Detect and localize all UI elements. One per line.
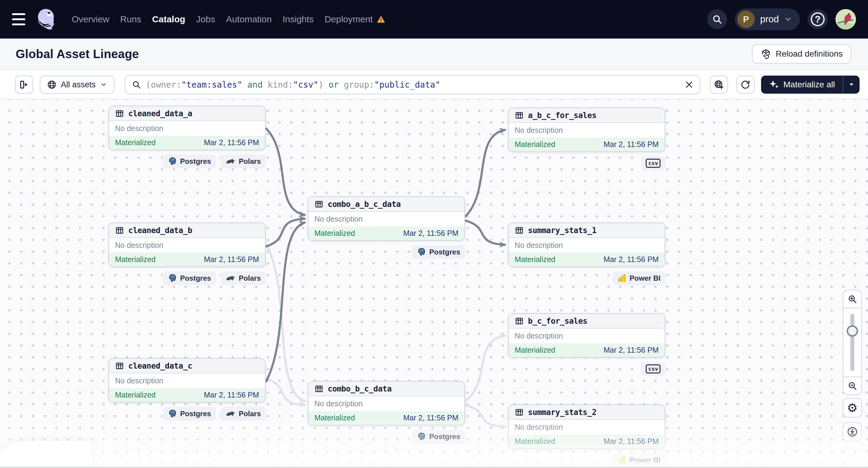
dagster-logo-icon[interactable]: [34, 6, 58, 32]
nav-item-runs[interactable]: Runs: [120, 14, 141, 24]
asset-name: summary_stats_1: [528, 226, 596, 235]
graph-settings-button[interactable]: ⚙: [843, 398, 862, 417]
status-badge: Materialized: [115, 138, 156, 147]
zoom-in-button[interactable]: [843, 290, 861, 308]
asset-node-b_c_for_sales[interactable]: b_c_for_salesNo descriptionMaterializedM…: [508, 313, 665, 358]
materialization-timestamp: Mar 2, 11:56 PM: [403, 229, 458, 238]
asset-node-a_b_c_for_sales[interactable]: a_b_c_for_salesNo descriptionMaterialize…: [508, 107, 665, 152]
menu-icon[interactable]: [12, 13, 27, 25]
open-panel-button[interactable]: [15, 75, 33, 94]
reload-definitions-button[interactable]: Reload definitions: [752, 44, 851, 64]
asset-card[interactable]: combo_b_c_dataNo descriptionMaterialized…: [308, 381, 465, 426]
nav-item-automation[interactable]: Automation: [226, 14, 272, 24]
nav-item-catalog[interactable]: Catalog: [152, 14, 185, 24]
query-token: "csv": [293, 80, 318, 90]
nav-item-jobs[interactable]: Jobs: [196, 14, 215, 24]
query-token: (owner:: [146, 80, 181, 90]
materialize-all-button[interactable]: Materialize all: [761, 75, 860, 94]
asset-tag-postgres[interactable]: Postgres: [412, 245, 465, 259]
lineage-canvas[interactable]: cleaned_data_aNo descriptionMaterialized…: [0, 99, 868, 468]
asset-tags: Postgres: [412, 245, 465, 259]
environment-avatar: P: [737, 10, 755, 28]
asset-tag-label: Power BI: [629, 456, 660, 464]
globe-plus-icon: [714, 80, 724, 90]
zoom-slider-thumb[interactable]: [847, 325, 858, 337]
user-avatar[interactable]: [835, 9, 856, 30]
nav-item-label: Catalog: [152, 14, 185, 24]
nav-item-label: Overview: [72, 14, 109, 24]
asset-tag-polars[interactable]: Polars: [221, 271, 266, 285]
asset-description: No description: [109, 121, 265, 135]
status-badge: Materialized: [115, 391, 156, 399]
asset-status-row: MaterializedMar 2, 11:56 PM: [109, 388, 265, 402]
asset-scope-label: All assets: [61, 80, 96, 89]
asset-card[interactable]: cleaned_data_cNo descriptionMaterialized…: [108, 358, 266, 403]
materialize-options-button[interactable]: [843, 75, 860, 94]
environment-switcher[interactable]: P prod: [735, 8, 800, 30]
nav-item-overview[interactable]: Overview: [72, 14, 109, 24]
asset-tag-postgres[interactable]: Postgres: [163, 407, 216, 421]
search-icon[interactable]: [707, 9, 727, 29]
globe-icon: [47, 80, 57, 89]
postgres-icon: [416, 432, 426, 441]
asset-tag-polars[interactable]: Polars: [221, 407, 266, 421]
asset-card[interactable]: cleaned_data_aNo descriptionMaterialized…: [108, 106, 266, 150]
asset-tag-postgres[interactable]: Postgres: [163, 271, 216, 285]
asset-card[interactable]: a_b_c_for_salesNo descriptionMaterialize…: [508, 107, 665, 152]
asset-tag-label: Postgres: [429, 433, 460, 441]
nav-item-insights[interactable]: Insights: [282, 14, 313, 24]
asset-card[interactable]: summary_stats_2No descriptionMaterialize…: [508, 404, 665, 449]
asset-card[interactable]: combo_a_b_c_dataNo descriptionMaterializ…: [308, 196, 465, 241]
download-image-button[interactable]: [843, 422, 862, 441]
csv-icon: csv: [646, 159, 660, 168]
asset-tag-power-bi[interactable]: Power BI: [613, 271, 665, 285]
asset-node-combo_b_c_data[interactable]: combo_b_c_dataNo descriptionMaterialized…: [308, 381, 465, 426]
asset-tag-polars[interactable]: Polars: [221, 155, 266, 168]
asset-scope-dropdown[interactable]: All assets: [40, 75, 115, 94]
zoom-slider-track: [850, 314, 855, 371]
clear-search-icon[interactable]: [685, 80, 693, 89]
asset-tag-csv[interactable]: csv: [641, 156, 665, 170]
asset-node-summary_stats_2[interactable]: summary_stats_2No descriptionMaterialize…: [508, 404, 665, 449]
lineage-edge-cleaned_data_c-to-combo_b_c_data: [266, 379, 305, 405]
asset-tag-power-bi[interactable]: Power BI: [613, 453, 665, 467]
postgres-icon: [416, 247, 426, 257]
asset-tags: PostgresPolars: [163, 155, 266, 168]
asset-node-cleaned_data_a[interactable]: cleaned_data_aNo descriptionMaterialized…: [108, 106, 266, 150]
asset-tag-postgres[interactable]: Postgres: [163, 155, 216, 168]
materialization-timestamp: Mar 2, 11:56 PM: [603, 140, 659, 149]
nav-item-deployment[interactable]: Deployment: [325, 14, 385, 24]
asset-node-summary_stats_1[interactable]: summary_stats_1No descriptionMaterialize…: [508, 223, 665, 267]
zoom-slider[interactable]: [843, 308, 861, 377]
asset-card[interactable]: cleaned_data_bNo descriptionMaterialized…: [108, 223, 266, 267]
asset-status-row: MaterializedMar 2, 11:56 PM: [509, 343, 665, 357]
zoom-out-button[interactable]: [843, 377, 861, 395]
asset-tag-label: Postgres: [180, 157, 211, 166]
table-icon: [115, 226, 124, 235]
asset-card[interactable]: summary_stats_1No descriptionMaterialize…: [508, 223, 665, 267]
asset-card[interactable]: b_c_for_salesNo descriptionMaterializedM…: [508, 313, 665, 358]
asset-node-cleaned_data_c[interactable]: cleaned_data_cNo descriptionMaterialized…: [108, 358, 266, 403]
table-icon: [115, 362, 124, 370]
asset-tag-label: Polars: [239, 410, 261, 418]
reload-cube-icon: [761, 49, 771, 59]
status-badge: Materialized: [515, 255, 555, 264]
asset-search-input[interactable]: (owner:"team:sales" and kind:"csv") or g…: [125, 75, 700, 94]
status-badge: Materialized: [515, 437, 555, 446]
asset-node-header: cleaned_data_a: [109, 106, 265, 121]
help-icon[interactable]: ?: [808, 9, 828, 29]
asset-tag-label: Postgres: [429, 248, 460, 256]
asset-status-row: MaterializedMar 2, 11:56 PM: [109, 253, 265, 267]
asset-node-combo_a_b_c_data[interactable]: combo_a_b_c_dataNo descriptionMaterializ…: [308, 196, 465, 241]
asset-tag-postgres[interactable]: Postgres: [412, 430, 465, 444]
nav-item-label: Jobs: [196, 14, 215, 24]
asset-node-header: summary_stats_2: [509, 405, 665, 420]
warning-icon: [376, 15, 385, 24]
asset-tag-csv[interactable]: csv: [641, 362, 665, 376]
status-badge: Materialized: [115, 255, 156, 264]
asset-node-cleaned_data_b[interactable]: cleaned_data_bNo descriptionMaterialized…: [108, 223, 266, 267]
refresh-button[interactable]: [736, 75, 754, 94]
asset-status-row: MaterializedMar 2, 11:56 PM: [308, 411, 464, 425]
new-tab-globe-button[interactable]: [710, 75, 728, 94]
zoom-controls: [843, 290, 862, 395]
